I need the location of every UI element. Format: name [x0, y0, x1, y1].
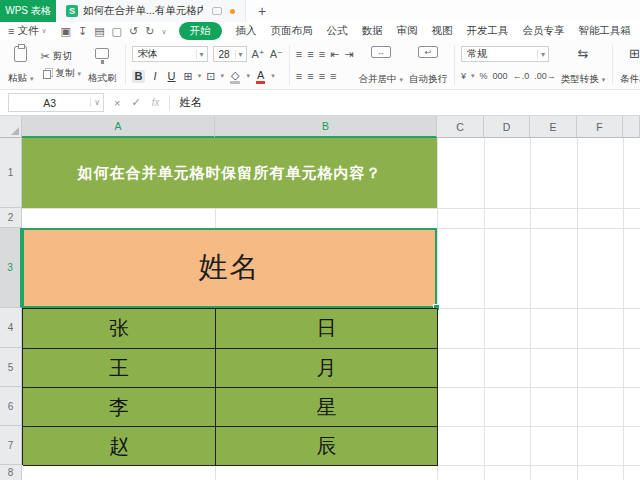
- font-size-select[interactable]: 28▾: [213, 46, 247, 62]
- align-right-icon[interactable]: ≡: [319, 71, 325, 82]
- tab-developer[interactable]: 开发工具: [467, 24, 509, 38]
- align-center-icon[interactable]: ≡: [307, 71, 313, 82]
- decrease-font-icon[interactable]: A⁻: [270, 49, 283, 60]
- clipboard-mini-buttons: ✂剪切 复制▾: [38, 43, 85, 87]
- merge-center-button[interactable]: ↔ 合并居中▾: [356, 43, 407, 87]
- column-header-a[interactable]: A: [22, 116, 215, 138]
- export-icon[interactable]: ↧: [78, 26, 87, 37]
- merge-arrows-glyph: ↔: [377, 48, 385, 57]
- increase-indent-icon[interactable]: ⇥: [344, 49, 353, 60]
- row-header-1[interactable]: 1: [0, 138, 22, 208]
- table-cell-a6[interactable]: 李: [23, 388, 216, 427]
- enter-icon[interactable]: ✓: [131, 96, 140, 109]
- wrap-text-button[interactable]: ↩ 自动换行: [406, 43, 450, 87]
- tab-view[interactable]: 视图: [432, 24, 453, 38]
- row-header-4[interactable]: 4: [0, 308, 22, 348]
- document-tab-title: 如何在合并单...有单元格内容: [83, 4, 203, 18]
- bold-button[interactable]: B: [132, 70, 146, 83]
- hamburger-icon: ≡: [8, 26, 14, 37]
- copy-button[interactable]: 复制▾: [41, 67, 82, 80]
- fill-color-icon[interactable]: ◇: [229, 69, 241, 84]
- gridline: [577, 138, 578, 480]
- tab-membership[interactable]: 会员专享: [523, 24, 565, 38]
- cell-pattern-icon[interactable]: ⊡: [206, 71, 215, 82]
- cut-button[interactable]: ✂剪切: [41, 50, 82, 63]
- undo-icon[interactable]: ↺: [129, 26, 138, 37]
- thousands-format-icon[interactable]: 000: [493, 71, 508, 81]
- print-preview-icon[interactable]: ▢: [112, 26, 122, 37]
- number-format-value: 常规: [467, 47, 487, 61]
- type-convert-button[interactable]: ⇆ 类型转换▾: [558, 43, 609, 87]
- decrease-indent-icon[interactable]: ⇤: [330, 49, 339, 60]
- tab-page-layout[interactable]: 页面布局: [271, 24, 313, 38]
- table-cell-b6[interactable]: 星: [216, 388, 438, 427]
- align-bottom-icon[interactable]: ≡: [319, 49, 325, 60]
- table-cell-b7[interactable]: 辰: [216, 427, 438, 466]
- align-left-icon[interactable]: ≡: [296, 71, 302, 82]
- fill-dropdown-icon: ▾: [246, 72, 250, 80]
- new-tab-button[interactable]: +: [246, 0, 278, 22]
- row-header-8[interactable]: 8: [0, 465, 22, 480]
- row-header-3[interactable]: 3: [0, 228, 22, 308]
- paste-button[interactable]: 粘贴▾: [4, 43, 38, 87]
- currency-format-icon[interactable]: ¥: [461, 71, 466, 81]
- tab-formulas[interactable]: 公式: [327, 24, 348, 38]
- table-cell-a4[interactable]: 张: [23, 309, 216, 349]
- tab-home[interactable]: 开始: [179, 22, 222, 40]
- row-header-5[interactable]: 5: [0, 348, 22, 387]
- copy-icon: [43, 70, 51, 79]
- row-header-7[interactable]: 7: [0, 426, 22, 465]
- borders-icon[interactable]: ⊞: [184, 71, 193, 82]
- decrease-decimal-icon[interactable]: .00→: [534, 71, 556, 81]
- cell-name-box[interactable]: A3 ∨: [8, 93, 104, 112]
- cancel-icon[interactable]: ×: [114, 97, 120, 109]
- column-header-b[interactable]: B: [215, 116, 437, 138]
- column-header-c[interactable]: C: [437, 116, 484, 138]
- table-cell-b4[interactable]: 日: [216, 309, 438, 349]
- column-header-e[interactable]: E: [530, 116, 577, 138]
- column-header-f[interactable]: F: [577, 116, 623, 138]
- percent-format-icon[interactable]: %: [480, 71, 488, 81]
- align-top-icon[interactable]: ≡: [296, 49, 302, 60]
- selected-merged-cell[interactable]: 姓名: [22, 228, 437, 308]
- tab-review[interactable]: 审阅: [397, 24, 418, 38]
- table-cell-b5[interactable]: 月: [216, 349, 438, 388]
- increase-decimal-icon[interactable]: ←.0: [513, 71, 530, 81]
- tab-smart-toolbox[interactable]: 智能工具箱: [579, 24, 632, 38]
- column-header-d[interactable]: D: [484, 116, 530, 138]
- row-header-6[interactable]: 6: [0, 387, 22, 426]
- comment-bubble-icon[interactable]: [212, 7, 222, 15]
- number-format-select[interactable]: 常规▾: [461, 46, 549, 62]
- table-cell-a5[interactable]: 王: [23, 349, 216, 388]
- increase-font-icon[interactable]: A⁺: [252, 49, 265, 60]
- underline-button[interactable]: U: [165, 70, 179, 83]
- select-all-corner[interactable]: [0, 116, 22, 138]
- row-header-2[interactable]: 2: [0, 208, 22, 228]
- formula-input[interactable]: 姓名: [170, 95, 201, 110]
- font-name-select[interactable]: 宋体▾: [132, 46, 208, 62]
- copy-label: 复制: [56, 67, 75, 80]
- tab-data[interactable]: 数据: [362, 24, 383, 38]
- column-header-partial[interactable]: [623, 116, 640, 138]
- data-table: 张 日 王 月 李 星 赵 辰: [22, 308, 437, 465]
- font-color-icon[interactable]: A: [255, 69, 266, 84]
- align-middle-icon[interactable]: ≡: [307, 49, 313, 60]
- title-cell[interactable]: 如何在合并单元格时保留所有单元格内容？: [22, 138, 437, 208]
- insert-function-icon[interactable]: fx: [152, 97, 160, 108]
- ribbon-divider: [289, 45, 290, 85]
- save-icon[interactable]: ▣: [61, 26, 71, 37]
- conditional-format-button[interactable]: ⊞ 条件格: [617, 43, 640, 87]
- file-menu-button[interactable]: ≡ 文件 ∨: [0, 24, 55, 38]
- format-painter-button[interactable]: 格式刷: [84, 43, 121, 87]
- document-tab[interactable]: S 如何在合并单...有单元格内容: [56, 0, 246, 22]
- qat-more-icon[interactable]: ∨: [161, 28, 166, 35]
- number-group: 常规▾ ¥▾ % 000 ←.0 .00→: [459, 43, 558, 87]
- italic-button[interactable]: I: [150, 70, 159, 83]
- app-logo[interactable]: WPS 表格: [0, 0, 56, 22]
- redo-icon[interactable]: ↻: [145, 26, 154, 37]
- font-name-dropdown-icon: ▾: [196, 50, 207, 59]
- table-cell-a7[interactable]: 赵: [23, 427, 216, 466]
- tab-insert[interactable]: 插入: [236, 24, 257, 38]
- justify-icon[interactable]: ≡: [330, 71, 336, 82]
- print-icon[interactable]: ▤: [94, 26, 104, 37]
